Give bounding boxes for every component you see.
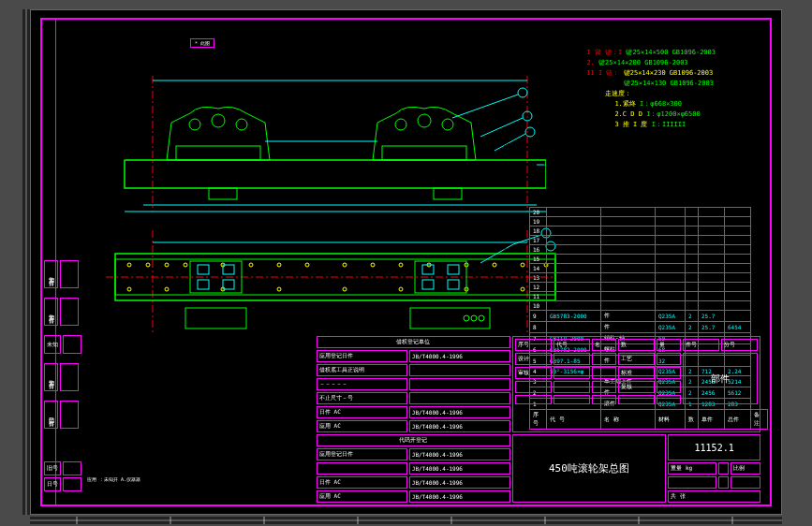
note-3b: 键25×14×230 GB1096-2003: [624, 69, 714, 77]
plan-view: 600×15×4×500 600×15×4×500 600×15×4×500 6…: [96, 226, 565, 338]
drawing-number: 11152.1: [668, 434, 760, 460]
side-label-6: 日号: [44, 477, 61, 491]
parts-row: 9GB5783-2000件Q235A225.7: [530, 311, 768, 322]
svg-line-18: [452, 95, 518, 118]
svg-point-47: [343, 263, 347, 267]
note-8b: I：IIIIII: [652, 121, 687, 128]
svg-rect-73: [185, 308, 246, 329]
side-tables-1: 未知 日件: [42, 258, 81, 290]
svg-text:6/2.0: 6/2.0: [504, 247, 518, 253]
svg-text:A滑带×500: A滑带×500: [303, 205, 326, 211]
side-label-4: 已知 日件: [44, 401, 58, 429]
technical-notes: I 背 键：I 键25×14×500 GB1096-2003 2. 键25×14…: [586, 48, 716, 130]
parts-row: 11: [530, 292, 768, 301]
component-label: 部件: [683, 353, 758, 404]
note-7a: 2.C D D: [614, 110, 642, 118]
svg-point-10: [395, 119, 406, 130]
svg-text:600×15×4×500: 600×15×4×500: [204, 235, 238, 241]
svg-rect-72: [448, 280, 459, 289]
side-label-1: 未知 日件: [44, 298, 58, 326]
ruler-vertical: [22, 9, 30, 515]
parts-row: 8件Q235A225.76454: [530, 322, 768, 333]
svg-rect-13: [382, 146, 466, 160]
svg-rect-71: [422, 280, 434, 289]
svg-text:600×15×4×500: 600×15×4×500: [438, 235, 472, 241]
note-1a: I 背 键：I: [586, 49, 622, 56]
svg-point-8: [236, 119, 247, 130]
svg-point-75: [464, 315, 469, 321]
svg-rect-9: [176, 146, 260, 160]
tb-org-0: 借权登记单位: [317, 336, 510, 348]
parts-row: 19: [530, 217, 768, 226]
note-4: 键25×14×130 GB1096-2003: [624, 80, 714, 87]
svg-point-60: [399, 287, 403, 291]
note-1b: 键25×14×500 GB1096-2003: [626, 49, 716, 56]
svg-point-55: [127, 287, 131, 291]
svg-rect-66: [198, 280, 209, 289]
parts-row: 12: [530, 283, 768, 292]
parts-row: 10: [530, 301, 768, 311]
svg-point-46: [305, 263, 309, 267]
side-tables-5: 已知 日件: [42, 399, 81, 431]
svg-point-45: [277, 263, 281, 267]
side-tables-4: 未知 日件: [42, 361, 81, 393]
svg-point-56: [165, 287, 169, 291]
side-tables-3: 未知: [42, 333, 83, 356]
parts-row: 16: [530, 245, 768, 255]
side-label-2: 未知: [44, 335, 61, 354]
note-6b: I：φ668×300: [640, 100, 682, 108]
note-8a: 3 推 I 度: [614, 121, 647, 128]
svg-text:6: 6: [528, 130, 531, 136]
note-2b: 键25×14×200 GB1096-2003: [598, 59, 688, 66]
parts-row: 14: [530, 264, 768, 273]
svg-text:1: 1: [543, 163, 546, 168]
svg-text:500: 500: [106, 277, 114, 283]
svg-point-49: [399, 263, 403, 267]
svg-point-39: [127, 263, 131, 267]
svg-point-52: [493, 263, 496, 267]
svg-text:890: 890: [321, 73, 330, 79]
svg-point-77: [479, 315, 484, 321]
svg-point-58: [277, 287, 281, 291]
parts-row: 20: [530, 208, 768, 217]
svg-text:120: 120: [117, 155, 125, 161]
svg-rect-74: [410, 308, 490, 329]
svg-point-62: [521, 287, 524, 291]
note-5: 走速度：: [605, 90, 631, 97]
svg-rect-14: [209, 188, 237, 199]
title-block: 借权登记单位 序号代号名数量件号分号 设计工艺部件 审核标准 复核 应用登记日件…: [315, 334, 762, 504]
svg-point-44: [249, 263, 253, 267]
side-tables-2: 未知 日件: [42, 296, 81, 328]
svg-line-21: [480, 118, 523, 137]
svg-point-11: [418, 114, 431, 127]
parts-row: 17: [530, 236, 768, 245]
parts-row: 18: [530, 226, 768, 236]
svg-point-59: [343, 287, 347, 291]
svg-point-41: [165, 263, 169, 267]
svg-text:5: 5: [525, 114, 528, 120]
svg-rect-5: [125, 160, 546, 188]
svg-rect-15: [434, 188, 462, 199]
cad-viewport: I 背 键：I 键25×14×500 GB1096-2003 2. 键25×14…: [30, 9, 782, 515]
side-bottom-note: 应用 ：未知开 A.仪器器: [87, 476, 140, 482]
note-6a: 1.紧终: [614, 100, 635, 108]
ruler-horizontal: [30, 517, 782, 524]
side-label-0: 未知 日件: [44, 260, 58, 288]
side-label-3: 未知 日件: [44, 363, 58, 391]
svg-point-7: [212, 114, 225, 127]
svg-point-48: [371, 263, 375, 267]
svg-rect-70: [448, 265, 459, 274]
note-2a: 2.: [586, 59, 594, 66]
svg-rect-64: [198, 265, 209, 274]
side-label-5: 旧号: [44, 461, 61, 475]
parts-row: 15: [530, 255, 768, 264]
tb-org-2: 借权底工具正说明: [317, 364, 407, 376]
svg-point-42: [184, 263, 187, 267]
svg-text:1000: 1000: [307, 135, 318, 140]
svg-text:4: 4: [521, 91, 524, 96]
svg-point-40: [146, 263, 150, 267]
note-3a: II I 链：: [586, 69, 619, 77]
front-elevation: 890 A滑带×500 4 5 6 6/2.0 1 1000 120: [106, 66, 546, 216]
note-7b: I：φ1200×φ6500: [646, 110, 701, 118]
parts-row: 13: [530, 273, 768, 283]
